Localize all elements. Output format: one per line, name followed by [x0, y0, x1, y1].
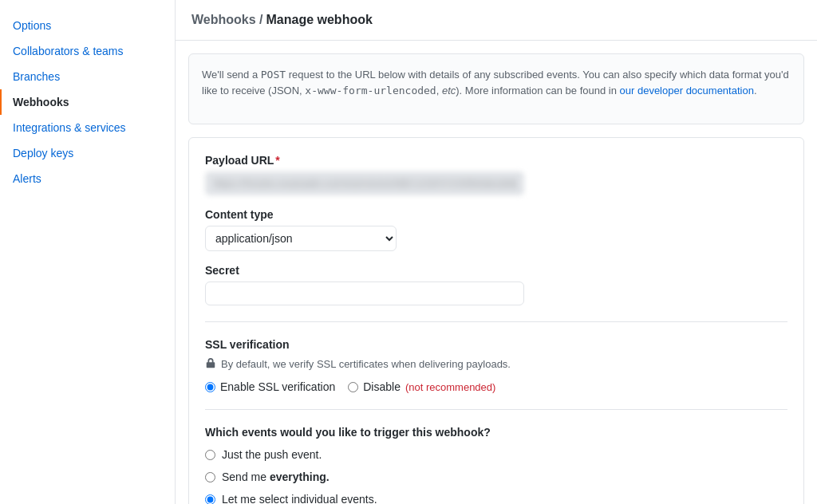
content-type-label: Content type: [205, 208, 787, 221]
payload-url-input[interactable]: [205, 171, 524, 195]
event-everything-radio[interactable]: [205, 472, 215, 482]
secret-label: Secret: [205, 264, 787, 277]
content-type-select[interactable]: application/json application/x-www-form-…: [205, 226, 397, 251]
ssl-description: By default, we verify SSL certificates w…: [205, 357, 787, 371]
event-push-radio[interactable]: [205, 450, 215, 460]
intro-section: We'll send a POST request to the URL bel…: [188, 53, 804, 124]
secret-input[interactable]: [205, 282, 524, 305]
form-container: We'll send a POST request to the URL bel…: [188, 53, 804, 504]
event-push-label: Just the push event.: [222, 448, 322, 461]
dev-docs-link[interactable]: our developer documentation: [620, 85, 754, 96]
ssl-not-recommended-label: (not recommended): [405, 381, 495, 393]
ssl-enable-option[interactable]: Enable SSL verification: [205, 380, 335, 393]
ssl-disable-label: Disable: [363, 380, 401, 393]
ssl-section: SSL verification By default, we verify S…: [205, 338, 787, 393]
sidebar: Options Collaborators & teams Branches W…: [0, 0, 176, 504]
ssl-radio-group: Enable SSL verification Disable (not rec…: [205, 380, 787, 393]
required-indicator: *: [275, 154, 279, 167]
webhook-form: Payload URL* Content type application/js…: [188, 137, 804, 504]
event-push-option[interactable]: Just the push event.: [205, 448, 787, 461]
payload-url-group: Payload URL*: [205, 154, 787, 195]
lock-icon: [205, 357, 216, 371]
ssl-disable-radio[interactable]: [348, 382, 358, 392]
events-title: Which events would you like to trigger t…: [205, 426, 787, 439]
page-title: Manage webhook: [266, 13, 373, 27]
ssl-enable-radio[interactable]: [205, 382, 215, 392]
events-section: Which events would you like to trigger t…: [205, 426, 787, 504]
sidebar-item-integrations-services[interactable]: Integrations & services: [0, 115, 175, 140]
secret-group: Secret: [205, 264, 787, 305]
event-select-option[interactable]: Let me select individual events.: [205, 493, 787, 504]
sidebar-item-alerts[interactable]: Alerts: [0, 166, 175, 191]
main-content: Webhooks / Manage webhook We'll send a P…: [176, 0, 817, 504]
sidebar-item-deploy-keys[interactable]: Deploy keys: [0, 140, 175, 166]
breadcrumb: Webhooks / Manage webhook: [191, 13, 801, 27]
ssl-title: SSL verification: [205, 338, 787, 351]
divider-events: [205, 409, 787, 410]
page-header: Webhooks / Manage webhook: [176, 0, 817, 41]
sidebar-item-branches[interactable]: Branches: [0, 64, 175, 89]
ssl-enable-label: Enable SSL verification: [220, 380, 335, 393]
breadcrumb-parent: Webhooks /: [191, 13, 263, 27]
sidebar-item-webhooks[interactable]: Webhooks: [0, 89, 175, 115]
event-select-label: Let me select individual events.: [222, 493, 377, 504]
event-everything-label: Send me everything.: [222, 471, 330, 483]
event-everything-option[interactable]: Send me everything.: [205, 471, 787, 483]
event-select-radio[interactable]: [205, 494, 215, 504]
payload-url-label: Payload URL*: [205, 154, 787, 167]
divider-ssl: [205, 321, 787, 322]
intro-paragraph: We'll send a POST request to the URL bel…: [202, 67, 791, 98]
sidebar-item-options[interactable]: Options: [0, 13, 175, 38]
ssl-disable-option[interactable]: Disable (not recommended): [348, 380, 495, 393]
content-type-group: Content type application/json applicatio…: [205, 208, 787, 251]
sidebar-item-collaborators-teams[interactable]: Collaborators & teams: [0, 38, 175, 64]
